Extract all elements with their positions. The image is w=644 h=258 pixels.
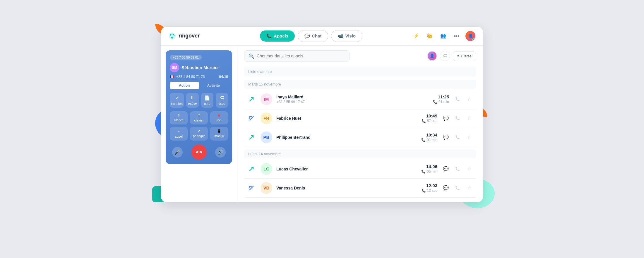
- contact-name: Inaya Maillard: [276, 95, 422, 99]
- call-btn-appel[interactable]: ＋ appel: [170, 127, 188, 141]
- call-secondary-grid: 🎙 silence ⠿ clavier ⏺ rec. ＋: [170, 111, 228, 141]
- contact-name: Fabrice Huet: [276, 116, 410, 121]
- call-type-outbound-icon: [246, 113, 256, 123]
- menu-button[interactable]: [451, 31, 462, 41]
- call-duration: 📞 13 sec: [414, 189, 437, 193]
- inbound-arrow-icon: [247, 95, 256, 103]
- phone-icon: [455, 116, 460, 121]
- contact-info: Lucas Chevalier: [276, 167, 410, 171]
- call-duration: 📞 01 min: [414, 138, 437, 142]
- flag-icon: 🇫🇷: [170, 75, 174, 79]
- left-panel: +33 7 55 50 31 01 SM Sébastien Mercier 🇫…: [161, 46, 237, 202]
- call-back-button[interactable]: [453, 165, 462, 173]
- nav-actions: ⚡ 👑 👥 👤: [411, 30, 476, 42]
- chat-button[interactable]: 💬: [441, 114, 450, 123]
- contact-avatar: LC: [261, 163, 272, 175]
- call-action-pause[interactable]: ⏸ pause: [186, 93, 198, 108]
- navbar: ringover 📞 Appels 💬 Chat 📹 Visio ⚡ 👑: [161, 27, 483, 46]
- call-time-info: 11:25 📞 01 min: [426, 94, 449, 104]
- call-btn-clavier[interactable]: ⠿ clavier: [190, 111, 208, 124]
- end-call-button[interactable]: [191, 145, 207, 160]
- mobile-label: mobile: [214, 134, 224, 138]
- call-btn-partager[interactable]: ↗ partager: [190, 127, 208, 141]
- phone-small-icon: 📞: [433, 100, 437, 104]
- star-button[interactable]: ☆: [465, 114, 474, 123]
- call-action-tags[interactable]: 🏷 tags: [216, 93, 228, 108]
- filters-label: Filtres: [461, 54, 472, 58]
- call-actions-grid: ↗ transfert ⏸ pause 📄 note 🏷: [170, 93, 228, 108]
- contact-info: Fabrice Huet: [276, 116, 410, 121]
- call-duration: 📞 57 sec: [414, 119, 437, 123]
- ringover-logo-icon: [168, 32, 176, 40]
- call-back-button[interactable]: [453, 184, 462, 192]
- bolt-button[interactable]: ⚡: [411, 31, 422, 41]
- tags-label: tags: [219, 102, 225, 105]
- right-panel: 🔍 👤 🏷 ≡ Filtres List: [237, 46, 483, 202]
- call-duration: 📞 05 min: [414, 170, 437, 174]
- contact-avatar: VD: [261, 182, 272, 194]
- star-button[interactable]: ☆: [465, 133, 474, 142]
- call-tab-activite[interactable]: Activité: [199, 82, 228, 89]
- phone-small-icon: 📞: [421, 138, 426, 142]
- outbound-arrow-icon: [247, 114, 256, 122]
- call-btn-mobile[interactable]: 📱 mobile: [210, 127, 228, 141]
- volume-button[interactable]: 🔊: [215, 147, 226, 158]
- call-btn-rec[interactable]: ⏺ rec.: [210, 111, 228, 124]
- phone-icon: [455, 135, 460, 140]
- star-button[interactable]: ☆: [465, 165, 474, 173]
- chat-button[interactable]: 💬: [441, 133, 450, 142]
- mute-button[interactable]: 🎤: [172, 147, 183, 158]
- team-button[interactable]: 👥: [438, 31, 448, 41]
- rec-icon: ⏺: [217, 114, 221, 117]
- contact-avatar: FH: [261, 112, 272, 124]
- contact-name: Vanessa Denis: [276, 186, 410, 190]
- svg-point-4: [458, 35, 459, 37]
- call-action-transfert[interactable]: ↗ transfert: [170, 93, 184, 108]
- call-back-button[interactable]: [453, 133, 462, 142]
- appels-label: Appels: [274, 33, 288, 38]
- call-time: 10:49: [414, 113, 437, 118]
- transfert-label: transfert: [171, 102, 183, 105]
- user-avatar[interactable]: 👤: [465, 30, 476, 42]
- silence-label: silence: [174, 118, 184, 122]
- star-button[interactable]: ☆: [465, 95, 474, 104]
- call-duration: 📞 01 min: [426, 100, 449, 104]
- star-button[interactable]: ☆: [465, 184, 474, 192]
- call-back-button[interactable]: [453, 95, 462, 104]
- section-mardi: Mardi 15 novembre: [244, 80, 476, 89]
- silence-icon: 🎙: [177, 114, 180, 117]
- crown-button[interactable]: 👑: [424, 31, 435, 41]
- call-time: 14:06: [414, 164, 437, 169]
- call-contact: SM Sébastien Mercier: [170, 63, 228, 72]
- pause-label: pause: [188, 102, 197, 105]
- call-time-info: 14:06 📞 05 min: [414, 164, 437, 174]
- call-btn-silence[interactable]: 🎙 silence: [170, 111, 188, 124]
- chat-button[interactable]: 💬: [441, 184, 450, 192]
- search-input[interactable]: [257, 54, 345, 58]
- call-type-inbound-icon: [246, 164, 256, 174]
- contact-phone: +33 2 55 99 17 47: [276, 100, 422, 104]
- call-tab-action[interactable]: Action: [170, 82, 199, 89]
- search-icon: 🔍: [249, 53, 254, 59]
- call-action-note[interactable]: 📄 note: [201, 93, 213, 108]
- appels-icon: 📞: [266, 33, 272, 39]
- filter-avatar[interactable]: 👤: [427, 51, 437, 61]
- svg-point-1: [171, 36, 173, 38]
- tab-appels[interactable]: 📞 Appels: [260, 30, 295, 42]
- tag-filter-button[interactable]: 🏷: [440, 51, 450, 61]
- contact-avatar: PB: [261, 131, 272, 143]
- logo: ringover: [168, 32, 200, 40]
- section-lundi: Lundi 14 novembre: [244, 149, 476, 158]
- chat-button[interactable]: 💬: [441, 165, 450, 173]
- tab-chat[interactable]: 💬 Chat: [298, 30, 328, 42]
- call-back-button[interactable]: [453, 114, 462, 123]
- call-info-row: 🇫🇷 +33 1 84 80 71 76 04:10: [170, 75, 228, 79]
- call-item-actions: 💬 ☆: [441, 114, 474, 123]
- table-row: IM Inaya Maillard +33 2 55 99 17 47 11:2…: [244, 90, 476, 109]
- clavier-label: clavier: [194, 119, 204, 122]
- contact-info: Vanessa Denis: [276, 186, 410, 190]
- filters-button[interactable]: ≡ Filtres: [453, 51, 476, 61]
- outbound-arrow-icon: [247, 184, 256, 192]
- call-item-actions: 💬 ☆: [441, 184, 474, 192]
- tab-visio[interactable]: 📹 Visio: [331, 30, 362, 42]
